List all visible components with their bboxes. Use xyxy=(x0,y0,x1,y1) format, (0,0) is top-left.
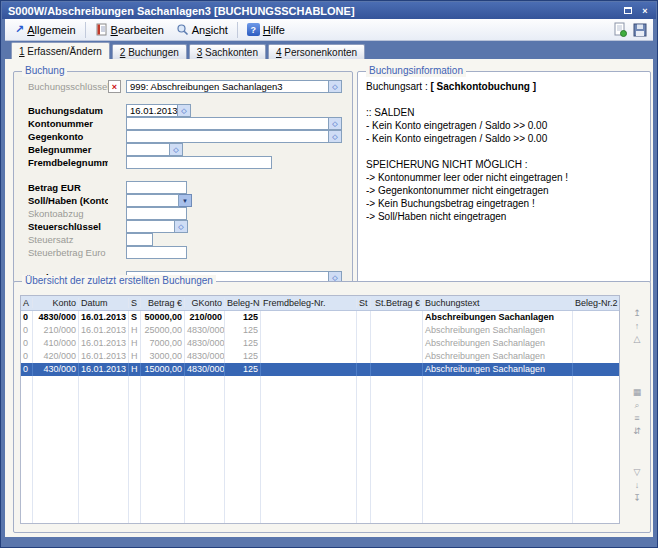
column-header[interactable]: S xyxy=(129,298,141,308)
table-row[interactable] xyxy=(21,454,619,467)
steuerbetrag-input[interactable] xyxy=(126,246,187,259)
scroll-bottom-icon[interactable]: ↧ xyxy=(630,492,644,505)
table-cell xyxy=(21,480,33,493)
table-row[interactable]: 0210/00016.01.2013H25000,004830/000125Ab… xyxy=(21,324,619,337)
clear-buchungsschluessel-button[interactable]: × xyxy=(108,80,121,93)
steuerschluessel-value[interactable] xyxy=(126,220,175,233)
table-cell xyxy=(79,376,129,389)
page-up-icon[interactable]: △ xyxy=(630,333,644,346)
gegenkonto-spinner[interactable]: ◇ xyxy=(329,130,342,143)
menu-hilfe[interactable]: ? Hilfe xyxy=(241,21,291,38)
table-row[interactable] xyxy=(21,467,619,480)
table-row[interactable] xyxy=(21,389,619,402)
row-down-icon[interactable]: ↓ xyxy=(630,479,644,492)
tab-sachkonten[interactable]: 3 Sachkonten xyxy=(189,44,266,59)
gegenkonto-value[interactable] xyxy=(126,130,329,143)
table-cell xyxy=(371,324,423,337)
column-header[interactable]: Fremdbeleg-Nr. xyxy=(261,298,357,308)
buchungsschluessel-value[interactable]: 999: Abschreibungen Sachanlagen3 xyxy=(126,80,329,93)
column-header[interactable]: Buchungstext xyxy=(423,298,573,308)
table-cell xyxy=(423,389,573,402)
table-cell xyxy=(129,428,141,441)
save-button[interactable] xyxy=(631,21,649,39)
buchungsdatum-spinner[interactable]: ◇ xyxy=(178,104,191,117)
side-icons-bottom: ▽↓↧ xyxy=(630,466,644,505)
sort-icon[interactable]: ⇵ xyxy=(630,425,644,438)
belegnummer-field[interactable]: ◇ xyxy=(126,143,183,156)
kontonummer-spinner[interactable]: ◇ xyxy=(329,117,342,130)
page-down-icon[interactable]: ▽ xyxy=(630,466,644,479)
kontonummer-combo[interactable]: ◇ xyxy=(126,117,342,130)
table-row[interactable] xyxy=(21,506,619,519)
menu-allgemein[interactable]: ↗ Allgemein xyxy=(9,21,82,38)
table-cell: Abschreibungen Sachanlagen xyxy=(423,324,573,337)
table-row[interactable]: 0410/00016.01.2013H7000,004830/000125Abs… xyxy=(21,337,619,350)
table-cell xyxy=(573,480,619,493)
table-row[interactable] xyxy=(21,441,619,454)
steuerschluessel-spinner[interactable]: ◇ xyxy=(175,220,188,233)
table-row[interactable] xyxy=(21,519,619,524)
skontoabzug-input[interactable] xyxy=(126,207,187,220)
soll-haben-value[interactable] xyxy=(126,194,179,207)
table-cell xyxy=(129,467,141,480)
table-row[interactable] xyxy=(21,415,619,428)
kontonummer-value[interactable] xyxy=(126,117,329,130)
buchungsdatum-field[interactable]: 16.01.2013 ◇ xyxy=(126,104,191,117)
belegnummer-spinner[interactable]: ◇ xyxy=(170,143,183,156)
belegnummer-value[interactable] xyxy=(126,143,170,156)
table-cell xyxy=(21,467,33,480)
table-body: 04830/00016.01.2013S50000,00210/000125Ab… xyxy=(21,311,619,524)
info-line: -> Soll/Haben nicht eingetragen xyxy=(366,210,644,223)
table-cell xyxy=(357,493,371,506)
steuersatz-input[interactable] xyxy=(126,233,153,246)
tab-buchungen[interactable]: 2 Buchungen xyxy=(112,44,187,59)
table-cell xyxy=(79,428,129,441)
column-header[interactable]: Betrag € xyxy=(141,298,185,308)
menu-ansicht[interactable]: Ansicht xyxy=(170,21,234,38)
table-row[interactable]: 0420/00016.01.2013H3000,004830/000125Abs… xyxy=(21,350,619,363)
search-icon[interactable]: ⌕ xyxy=(630,399,644,412)
soll-haben-dropdown[interactable]: ▼ xyxy=(126,194,192,207)
steuerschluessel-field[interactable]: ◇ xyxy=(126,220,188,233)
table-row[interactable] xyxy=(21,428,619,441)
buchungsschluessel-combo[interactable]: 999: Abschreibungen Sachanlagen3 ◇ xyxy=(126,80,342,93)
table-cell xyxy=(371,441,423,454)
soll-haben-arrow[interactable]: ▼ xyxy=(179,194,192,207)
table-cell xyxy=(357,415,371,428)
grid-icon[interactable]: ▦ xyxy=(630,386,644,399)
row-up-icon[interactable]: ↑ xyxy=(630,320,644,333)
table-row[interactable]: 0430/00016.01.2013H15000,004830/000125Ab… xyxy=(21,363,619,376)
table-row[interactable] xyxy=(21,480,619,493)
table-row[interactable] xyxy=(21,493,619,506)
table-cell xyxy=(371,454,423,467)
table-cell xyxy=(357,337,371,350)
list-icon[interactable]: ≡ xyxy=(630,412,644,425)
gegenkonto-combo[interactable]: ◇ xyxy=(126,130,342,143)
column-header[interactable]: Beleg-Nr.2 xyxy=(573,298,619,308)
table-cell xyxy=(79,415,129,428)
column-header[interactable]: St.Betrag € xyxy=(371,298,423,308)
table-cell xyxy=(129,389,141,402)
table-cell xyxy=(129,506,141,519)
fremdbelegnummer-input[interactable] xyxy=(126,156,272,169)
column-header[interactable]: Beleg-Nr. xyxy=(225,298,261,308)
column-header[interactable]: St xyxy=(357,298,371,308)
betrag-eur-input[interactable] xyxy=(126,181,187,194)
menu-bearbeiten[interactable]: Bearbeiten xyxy=(89,21,170,38)
table-row[interactable]: 04830/00016.01.2013S50000,00210/000125Ab… xyxy=(21,311,619,324)
restore-button[interactable] xyxy=(621,5,635,17)
buchungsschluessel-spinner[interactable]: ◇ xyxy=(329,80,342,93)
scroll-top-icon[interactable]: ↥ xyxy=(630,307,644,320)
close-button[interactable]: × xyxy=(638,5,652,17)
table-cell xyxy=(185,493,225,506)
column-header[interactable]: GKonto xyxy=(185,298,225,308)
column-header[interactable]: Konto xyxy=(33,298,79,308)
column-header[interactable]: Datum xyxy=(79,298,129,308)
column-header[interactable]: A xyxy=(21,298,33,308)
buchungsdatum-value[interactable]: 16.01.2013 xyxy=(126,104,178,117)
tab-personenkonten[interactable]: 4 Personenkonten xyxy=(268,44,365,59)
table-row[interactable] xyxy=(21,376,619,389)
new-document-button[interactable] xyxy=(611,21,629,39)
tab-erfassen-aendern[interactable]: 1 Erfassen/Ändern xyxy=(11,42,110,59)
table-row[interactable] xyxy=(21,402,619,415)
